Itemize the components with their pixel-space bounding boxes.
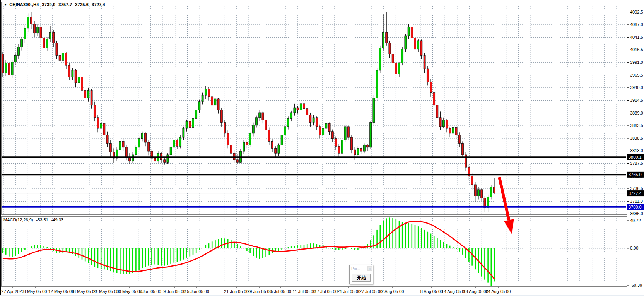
svg-text:21 Jul 05:00: 21 Jul 05:00 [337, 289, 360, 294]
svg-text:17 Jul 05:00: 17 Jul 05:00 [314, 289, 338, 294]
svg-text:3736.5: 3736.5 [630, 186, 643, 191]
bar-high-value: 3757.7 [58, 2, 72, 7]
popup-title-bar: Poi... x [350, 265, 373, 272]
svg-text:3940.0: 3940.0 [630, 85, 643, 90]
svg-text:3727.4: 3727.4 [629, 191, 642, 196]
svg-text:3711.0: 3711.0 [630, 199, 643, 204]
svg-text:11 Jul 05:00: 11 Jul 05:00 [292, 289, 315, 294]
chart-canvas[interactable]: 4092.54067.04041.54016.53991.03965.53940… [0, 0, 644, 296]
trend-arrow [499, 177, 514, 234]
popup-close-icon[interactable]: x [367, 266, 372, 271]
svg-text:24 Aug 05:00: 24 Aug 05:00 [486, 289, 511, 294]
svg-text:2 Aug 05:00: 2 Aug 05:00 [381, 289, 404, 294]
window-left-border [0, 0, 1, 296]
svg-text:5 Jun 05:00: 5 Jun 05:00 [139, 289, 161, 294]
svg-text:3965.5: 3965.5 [630, 73, 643, 77]
svg-text:3787.5: 3787.5 [630, 161, 643, 166]
time-axis: 27 Apr 20238 May 05:0012 May 05:0018 May… [1, 287, 511, 294]
macd-value: -53.51 [36, 217, 48, 222]
popup-body: 开始 [350, 272, 373, 284]
svg-text:4041.5: 4041.5 [630, 35, 643, 39]
popup-start-button[interactable]: 开始 [352, 274, 371, 282]
chart-window: 4092.54067.04041.54016.53991.03965.53940… [0, 0, 644, 296]
svg-text:27 Apr 2023: 27 Apr 2023 [1, 289, 24, 294]
svg-text:3700.0: 3700.0 [629, 205, 642, 209]
svg-text:49.72: 49.72 [630, 218, 641, 223]
svg-text:3765.0: 3765.0 [629, 172, 642, 177]
svg-text:29 Jun 05:00: 29 Jun 05:00 [247, 289, 272, 294]
bar-close-value: 3727.4 [92, 2, 105, 7]
svg-text:0.00: 0.00 [630, 246, 638, 250]
svg-text:4092.5: 4092.5 [630, 10, 643, 14]
svg-text:3686.0: 3686.0 [630, 211, 643, 216]
svg-text:24 May 05:00: 24 May 05:00 [93, 289, 119, 294]
svg-text:18 Aug 05:00: 18 Aug 05:00 [463, 289, 489, 294]
script-popup-dialog: Poi... x 开始 [349, 265, 373, 284]
svg-text:3863.5: 3863.5 [630, 123, 643, 128]
svg-text:30 May 05:00: 30 May 05:00 [116, 289, 142, 294]
svg-text:21 Jun 05:00: 21 Jun 05:00 [224, 289, 249, 294]
symbol-ohlc-line: ▼ CHINA300-,H4 3739.9 3757.7 3725.6 3727… [4, 2, 105, 7]
chart-dropdown-icon[interactable]: ▼ [4, 3, 7, 7]
bar-open-value: 3739.9 [42, 2, 56, 7]
svg-text:8 Aug 05:00: 8 Aug 05:00 [420, 289, 443, 294]
pane-borders [2, 2, 627, 287]
svg-text:9 Jun 05:00: 9 Jun 05:00 [163, 289, 186, 294]
macd-label: MACD(12,26,9) [3, 217, 33, 222]
svg-text:4016.5: 4016.5 [630, 47, 643, 52]
svg-text:3991.0: 3991.0 [630, 60, 643, 65]
svg-text:3813.0: 3813.0 [630, 148, 643, 153]
svg-text:3889.0: 3889.0 [630, 111, 643, 115]
svg-text:15 Jun 05:00: 15 Jun 05:00 [184, 289, 209, 294]
svg-text:5 Jul 05:00: 5 Jul 05:00 [270, 289, 291, 294]
level-lines [2, 157, 626, 207]
svg-text:3800.1: 3800.1 [629, 155, 642, 159]
svg-text:12 May 05:00: 12 May 05:00 [48, 289, 74, 294]
macd-axis: 49.720.00-60.39 [627, 218, 642, 287]
svg-text:8 May 05:00: 8 May 05:00 [24, 289, 47, 294]
symbol-label: CHINA300-,H4 [9, 2, 39, 7]
svg-text:4067.0: 4067.0 [630, 22, 643, 27]
macd-indicator-label: MACD(12,26,9) -53.51 -49.33 [3, 217, 65, 222]
bar-low-value: 3725.6 [75, 2, 89, 7]
svg-text:27 Jul 05:00: 27 Jul 05:00 [359, 289, 383, 294]
popup-title: Poi... [351, 267, 360, 271]
price-axis: 4092.54067.04041.54016.53991.03965.53940… [627, 10, 643, 216]
svg-text:-60.39: -60.39 [630, 283, 642, 287]
svg-text:3838.5: 3838.5 [630, 136, 643, 140]
svg-text:3914.5: 3914.5 [630, 98, 643, 103]
macd-signal-value: -49.33 [51, 217, 63, 222]
